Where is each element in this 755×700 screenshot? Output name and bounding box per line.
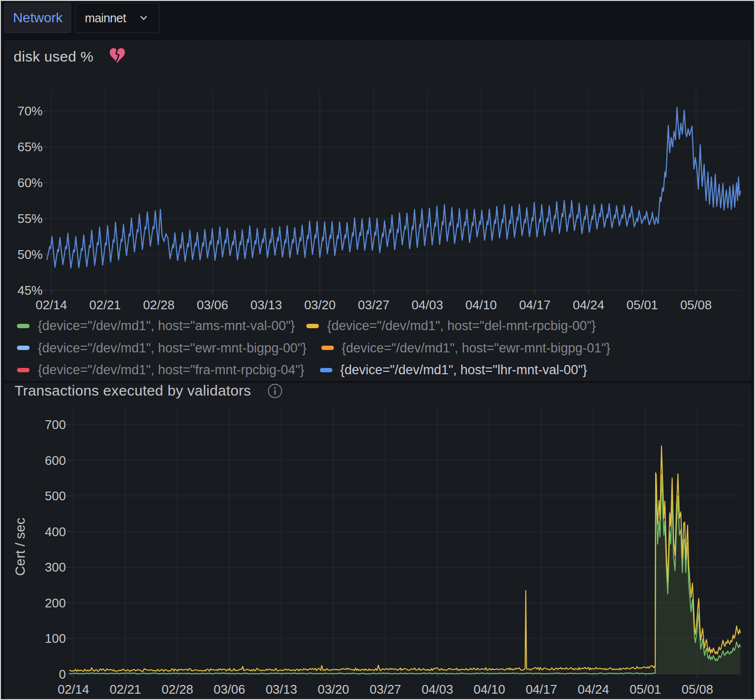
- svg-text:02/28: 02/28: [143, 298, 174, 312]
- svg-text:04/17: 04/17: [526, 682, 557, 697]
- svg-text:02/21: 02/21: [89, 298, 121, 312]
- svg-text:05/01: 05/01: [629, 682, 661, 697]
- svg-text:05/01: 05/01: [627, 298, 658, 312]
- svg-text:03/13: 03/13: [251, 298, 282, 312]
- svg-text:Cert / sec: Cert / sec: [13, 518, 28, 576]
- svg-text:45%: 45%: [17, 283, 43, 298]
- svg-text:04/17: 04/17: [519, 298, 551, 312]
- svg-text:60%: 60%: [17, 175, 43, 190]
- svg-text:05/08: 05/08: [680, 298, 712, 312]
- svg-text:400: 400: [45, 525, 66, 539]
- svg-text:03/06: 03/06: [214, 682, 245, 697]
- svg-text:100: 100: [45, 631, 66, 646]
- svg-text:02/14: 02/14: [35, 298, 67, 312]
- svg-text:03/13: 03/13: [266, 682, 297, 697]
- svg-text:03/20: 03/20: [317, 682, 349, 697]
- svg-text:0: 0: [59, 667, 66, 682]
- svg-text:04/10: 04/10: [473, 682, 505, 697]
- svg-text:04/24: 04/24: [578, 682, 609, 697]
- svg-text:04/03: 04/03: [422, 682, 453, 697]
- svg-text:04/10: 04/10: [465, 298, 497, 312]
- svg-text:03/27: 03/27: [370, 682, 401, 697]
- svg-text:02/21: 02/21: [110, 682, 141, 697]
- svg-text:500: 500: [45, 489, 66, 503]
- svg-text:03/20: 03/20: [304, 298, 336, 312]
- svg-text:04/03: 04/03: [411, 298, 443, 312]
- svg-text:03/27: 03/27: [358, 298, 390, 312]
- svg-text:55%: 55%: [17, 211, 43, 226]
- svg-text:50%: 50%: [17, 247, 43, 262]
- svg-text:600: 600: [45, 453, 66, 468]
- svg-text:700: 700: [45, 417, 66, 432]
- svg-text:05/08: 05/08: [682, 682, 713, 697]
- svg-text:03/06: 03/06: [197, 298, 228, 312]
- svg-text:200: 200: [45, 596, 66, 610]
- svg-text:02/14: 02/14: [58, 682, 89, 697]
- svg-text:70%: 70%: [17, 104, 43, 118]
- svg-text:02/28: 02/28: [162, 682, 193, 697]
- svg-text:04/24: 04/24: [573, 298, 604, 312]
- svg-text:300: 300: [45, 560, 66, 574]
- svg-text:65%: 65%: [17, 140, 43, 154]
